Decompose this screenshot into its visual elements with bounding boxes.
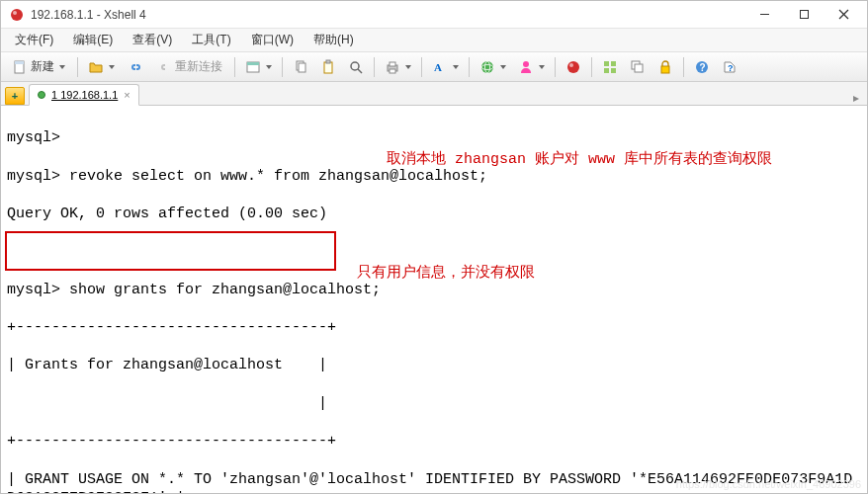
close-button[interactable]	[824, 1, 863, 29]
highlight-box	[5, 231, 336, 271]
menu-view[interactable]: 查看(V)	[125, 30, 180, 50]
app-icon	[9, 7, 25, 23]
maximize-button[interactable]	[784, 1, 824, 29]
help-button[interactable]: ?	[689, 55, 715, 79]
svg-rect-3	[800, 11, 808, 19]
menu-help[interactable]: 帮助(H)	[305, 30, 362, 50]
separator	[469, 57, 470, 77]
font-button[interactable]: Α	[427, 55, 464, 79]
svg-rect-28	[604, 68, 609, 73]
svg-rect-32	[661, 66, 669, 73]
svg-line-15	[358, 69, 362, 73]
chevron-right-icon: ▸	[853, 91, 859, 105]
new-button-label: 新建	[31, 58, 54, 75]
plus-icon: +	[12, 90, 18, 102]
menu-file[interactable]: 文件(F)	[7, 30, 61, 50]
tab-overflow-button[interactable]: ▸	[849, 91, 863, 105]
status-dot-icon	[38, 91, 45, 99]
terminal-line: | Grants for zhangsan@localhost |	[7, 357, 327, 373]
svg-rect-12	[324, 62, 332, 73]
svg-point-0	[11, 9, 23, 21]
lock-button[interactable]	[652, 55, 678, 79]
svg-point-1	[13, 11, 17, 15]
svg-rect-27	[611, 61, 616, 66]
cascade-button[interactable]	[625, 55, 651, 79]
separator	[683, 57, 684, 77]
svg-text:?: ?	[728, 63, 734, 73]
chevron-down-icon	[405, 65, 411, 69]
minimize-button[interactable]	[744, 1, 784, 29]
svg-point-14	[351, 62, 359, 70]
separator	[591, 57, 592, 77]
chevron-down-icon	[266, 65, 272, 69]
terminal-line: +-----------------------------------+	[7, 433, 336, 450]
window-controls	[744, 1, 863, 29]
svg-rect-17	[390, 62, 395, 66]
svg-point-23	[523, 61, 529, 67]
whatsthis-button[interactable]: ?	[717, 55, 742, 79]
separator	[234, 57, 235, 77]
link-button[interactable]	[122, 55, 147, 79]
chevron-down-icon	[109, 65, 115, 69]
svg-rect-13	[326, 60, 330, 63]
svg-rect-9	[247, 62, 259, 65]
annotation-1: 取消本地 zhangsan 账户对 www 库中所有表的查询权限	[387, 150, 772, 169]
chevron-down-icon	[59, 65, 65, 69]
separator	[555, 57, 556, 77]
menu-window[interactable]: 窗口(W)	[243, 30, 302, 50]
svg-rect-31	[635, 64, 643, 72]
search-button[interactable]	[343, 55, 369, 79]
svg-rect-7	[15, 61, 24, 64]
annotation-2: 只有用户信息，并没有权限	[357, 264, 535, 283]
chevron-down-icon	[500, 65, 506, 69]
separator	[77, 57, 78, 77]
chevron-down-icon	[539, 65, 545, 69]
chevron-down-icon	[453, 65, 459, 69]
reconnect-button-label: 重新连接	[175, 58, 222, 75]
terminal-line: |	[7, 395, 327, 412]
open-button[interactable]	[83, 55, 120, 79]
add-tab-button[interactable]: +	[5, 87, 25, 105]
tab-label: 1 192.168.1.1	[51, 89, 118, 101]
titlebar: 192.168.1.1 - Xshell 4	[1, 1, 867, 29]
print-button[interactable]	[380, 55, 416, 79]
terminal-line: mysql> revoke select on www.* from zhang…	[7, 168, 487, 185]
watermark: https://blog.csdn.net/weixin_46902396	[676, 477, 861, 491]
session-button[interactable]	[561, 55, 586, 79]
window-title: 192.168.1.1 - Xshell 4	[31, 8, 744, 22]
terminal[interactable]: mysql> mysql> revoke select on www.* fro…	[1, 106, 867, 493]
svg-rect-29	[611, 68, 616, 73]
separator	[421, 57, 422, 77]
toolbar: 新建 重新连接 Α	[1, 52, 867, 82]
session-tab[interactable]: 1 192.168.1.1 ×	[29, 84, 139, 106]
terminal-line: +-----------------------------------+	[7, 319, 336, 336]
separator	[282, 57, 283, 77]
svg-point-20	[481, 61, 493, 73]
user-button[interactable]	[513, 55, 550, 79]
terminal-line: mysql> show grants for zhangsan@localhos…	[7, 282, 381, 298]
new-button[interactable]: 新建	[5, 55, 72, 79]
svg-text:Α: Α	[434, 61, 442, 73]
menu-edit[interactable]: 编辑(E)	[65, 30, 121, 50]
terminal-line: Query OK, 0 rows affected (0.00 sec)	[7, 206, 327, 222]
svg-point-25	[569, 63, 573, 67]
reconnect-button[interactable]: 重新连接	[149, 55, 229, 79]
tab-close-button[interactable]: ×	[124, 89, 130, 101]
tabbar: + 1 192.168.1.1 × ▸	[1, 82, 867, 106]
terminal-line: mysql>	[7, 129, 60, 146]
tile-button[interactable]	[597, 55, 623, 79]
separator	[374, 57, 375, 77]
properties-button[interactable]	[240, 55, 277, 79]
paste-button[interactable]	[315, 55, 341, 79]
svg-rect-26	[604, 61, 609, 66]
svg-rect-11	[299, 63, 305, 72]
svg-point-24	[567, 61, 579, 73]
copy-button[interactable]	[288, 55, 313, 79]
menu-tool[interactable]: 工具(T)	[184, 30, 238, 50]
web-button[interactable]	[475, 55, 511, 79]
menubar: 文件(F) 编辑(E) 查看(V) 工具(T) 窗口(W) 帮助(H)	[1, 29, 867, 52]
svg-rect-18	[390, 69, 395, 73]
svg-text:?: ?	[700, 62, 706, 73]
